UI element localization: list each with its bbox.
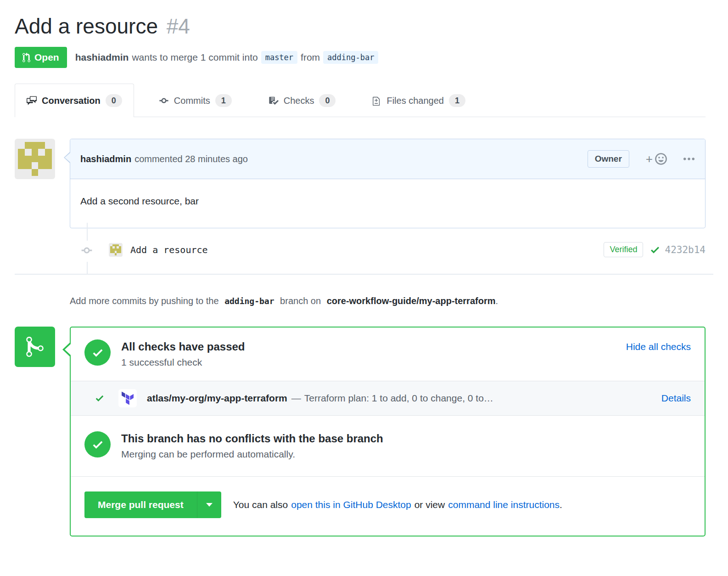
terraform-logo-icon	[118, 389, 137, 407]
pr-author-link[interactable]: hashiadmin	[75, 52, 129, 63]
tab-label: Files changed	[386, 96, 444, 106]
pull-request-page: Add a resource #4 Open hashiadmin wants …	[0, 0, 728, 550]
file-diff-icon	[372, 96, 381, 106]
pr-title-text: Add a resource	[15, 14, 158, 38]
pr-state-badge: Open	[15, 47, 67, 68]
base-branch-ref[interactable]: master	[261, 51, 297, 64]
push-note-branch: adding-bar	[224, 296, 274, 306]
tab-conversation[interactable]: Conversation 0	[15, 84, 134, 117]
details-link[interactable]: Details	[661, 393, 691, 404]
mergeability-title: This branch has no conflicts with the ba…	[121, 432, 383, 445]
comment-discussion-icon	[27, 96, 37, 106]
tab-label: Checks	[284, 96, 314, 106]
merge-options-dropdown-button[interactable]	[197, 491, 221, 518]
timeline-divider	[15, 274, 713, 275]
tab-counter: 0	[106, 94, 122, 107]
comment-author-link[interactable]: hashiadmin	[80, 154, 131, 164]
pr-meta-text: hashiadmin wants to merge 1 commit into …	[75, 51, 379, 64]
pr-state-label: Open	[34, 52, 59, 63]
check-run-row: atlas/my-org/my-app-terraform —Terraform…	[71, 381, 705, 416]
commit-avatar[interactable]	[109, 243, 123, 257]
plus-icon: +	[646, 153, 653, 165]
meta-merge-text: wants to merge 1 commit into	[132, 52, 258, 63]
tab-counter: 1	[449, 94, 465, 107]
pr-number: #4	[167, 14, 190, 38]
tab-files-changed[interactable]: Files changed 1	[360, 84, 477, 117]
tab-counter: 1	[215, 94, 232, 107]
command-line-instructions-link[interactable]: command line instructions	[448, 499, 560, 510]
push-note: Add more commits by pushing to the addin…	[70, 296, 706, 306]
comment-card: hashiadmin commented 28 minutes ago Owne…	[70, 139, 706, 228]
merge-status-box: All checks have passed 1 successful chec…	[70, 327, 706, 536]
checks-summary-section: All checks have passed 1 successful chec…	[71, 328, 705, 381]
merge-button-group: Merge pull request	[84, 491, 221, 518]
git-commit-icon	[159, 96, 169, 106]
alternative-actions-text: You can also open this in GitHub Desktop…	[233, 499, 562, 510]
verified-badge[interactable]: Verified	[604, 242, 643, 257]
caret-down-icon	[206, 503, 213, 510]
tab-label: Commits	[174, 96, 210, 106]
checks-summary-subtitle: 1 successful check	[121, 357, 245, 368]
head-branch-ref[interactable]: adding-bar	[323, 51, 378, 64]
tab-checks[interactable]: Checks 0	[257, 84, 348, 117]
comment-body: Add a second resource, bar	[70, 179, 705, 228]
check-icon	[95, 393, 105, 403]
push-note-repo: core-workflow-guide/my-app-terraform	[327, 296, 496, 306]
git-pull-request-icon	[22, 52, 30, 63]
commit-row: Add a resource Verified 4232b14	[15, 228, 706, 274]
alt-text: You can also	[233, 499, 288, 510]
check-run-name: atlas/my-org/my-app-terraform	[147, 393, 287, 404]
checklist-icon	[269, 96, 279, 106]
merge-pull-request-button[interactable]: Merge pull request	[84, 491, 197, 518]
merge-actions-section: Merge pull request You can also open thi…	[71, 476, 705, 536]
github-desktop-link[interactable]: open this in GitHub Desktop	[291, 499, 411, 510]
check-run-summary: —Terraform plan: 1 to add, 0 to change, …	[291, 393, 493, 404]
smiley-icon	[655, 152, 667, 165]
pr-tabs: Conversation 0 Commits 1 Checks 0 Files …	[15, 84, 706, 117]
add-reaction-button[interactable]: +	[646, 152, 667, 165]
dash-separator: —	[291, 393, 301, 403]
comment-meta-text: commented 28 minutes ago	[134, 154, 248, 164]
hide-all-checks-link[interactable]: Hide all checks	[626, 339, 691, 352]
pr-meta-row: Open hashiadmin wants to merge 1 commit …	[15, 47, 706, 68]
push-note-text: branch on	[280, 296, 321, 306]
push-note-text: Add more commits by pushing to the	[70, 296, 219, 306]
tab-counter: 0	[319, 94, 336, 107]
success-check-circle-icon	[84, 431, 111, 457]
tab-commits[interactable]: Commits 1	[147, 84, 244, 117]
avatar[interactable]	[15, 139, 55, 179]
success-check-circle-icon	[84, 339, 111, 366]
push-note-period: .	[495, 296, 498, 306]
checks-summary-title: All checks have passed	[121, 340, 245, 353]
git-commit-icon	[77, 241, 96, 262]
kebab-horizontal-icon	[683, 155, 695, 163]
comment-header: hashiadmin commented 28 minutes ago Owne…	[70, 139, 705, 179]
git-merge-icon	[15, 327, 55, 367]
tab-label: Conversation	[42, 96, 101, 106]
meta-from-text: from	[301, 52, 320, 63]
mergeability-section: This branch has no conflicts with the ba…	[71, 416, 705, 476]
commit-message-link[interactable]: Add a resource	[130, 244, 208, 255]
alt-text: or view	[414, 499, 445, 510]
commit-sha-link[interactable]: 4232b14	[665, 244, 706, 255]
check-icon	[650, 244, 661, 255]
page-title: Add a resource #4	[15, 12, 706, 40]
kebab-menu-button[interactable]	[683, 155, 695, 163]
mergeability-subtitle: Merging can be performed automatically.	[121, 449, 383, 460]
check-run-summary-text: Terraform plan: 1 to add, 0 to change, 0…	[304, 393, 493, 403]
merge-section: All checks have passed 1 successful chec…	[15, 327, 706, 536]
alt-text-period: .	[560, 499, 562, 510]
owner-badge: Owner	[588, 150, 629, 168]
conversation-timeline: hashiadmin commented 28 minutes ago Owne…	[15, 139, 706, 228]
